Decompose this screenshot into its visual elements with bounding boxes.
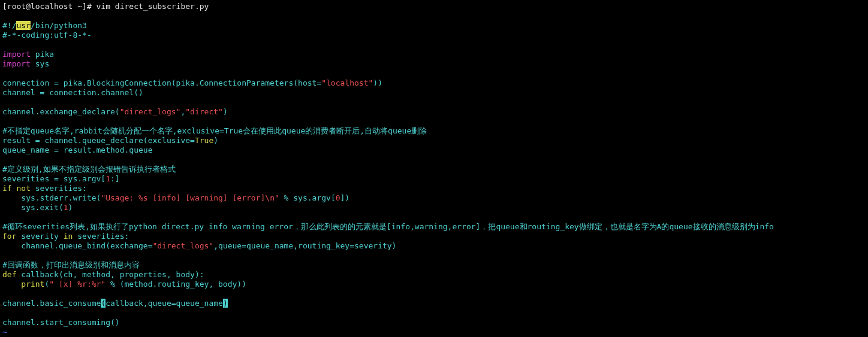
comment: #不指定queue名字,rabbit会随机分配一个名字,exclusive=Tr… <box>2 126 427 135</box>
string: "Usage: %s [info] [warning] [error]\n" <box>101 193 279 202</box>
code-line <box>2 280 21 289</box>
keyword: for <box>2 232 16 241</box>
code-line: channel.basic_consume <box>2 299 101 308</box>
string: " [x] %r:%r" <box>49 280 106 289</box>
keyword: def <box>2 270 16 279</box>
code-line: % sys.argv[ <box>279 193 336 202</box>
keyword: import <box>2 59 31 68</box>
keyword: if <box>2 184 12 193</box>
string: "direct" <box>185 107 223 116</box>
tilde-line: ~ <box>2 327 7 336</box>
code-line: (ch, method, properties, body): <box>59 270 204 279</box>
constant: True <box>195 136 213 145</box>
function-name: callback <box>21 270 59 279</box>
code-line: #!/ <box>2 21 16 30</box>
code-line: connection = pika.BlockingConnection(pik… <box>2 78 321 87</box>
keyword: not <box>16 184 30 193</box>
comment: #循环severities列表,如果执行了python direct.py in… <box>2 222 774 231</box>
number: 1 <box>64 203 68 212</box>
number: 1 <box>106 174 110 183</box>
code-line: channel.exchange_declare( <box>2 107 120 116</box>
code-line: sys <box>31 59 49 68</box>
code-line: :] <box>110 174 120 183</box>
code-line: #-*-coding:utf-8-*- <box>2 31 92 40</box>
string: "localhost" <box>321 78 373 87</box>
code-line: /bin/python3 <box>31 21 87 30</box>
number: 0 <box>336 193 340 202</box>
string: "direct_logs" <box>152 241 213 250</box>
string: "direct_logs" <box>120 107 181 116</box>
code-line: queue_name = result.method.queue <box>2 145 152 154</box>
keyword: in <box>64 232 73 241</box>
code-line: ) <box>68 203 73 212</box>
search-highlight: usr <box>16 21 30 30</box>
code-line: ]) <box>340 193 350 202</box>
code-line: severities: <box>73 232 129 241</box>
code-line: ,queue=queue_name,routing_key=severity) <box>213 241 396 250</box>
cursor: ) <box>223 299 228 308</box>
keyword: import <box>2 50 31 59</box>
code-line: % (method.routing_key, body)) <box>106 280 246 289</box>
code-line: ) <box>223 107 228 116</box>
shell-prompt-line: [root@localhost ~]# vim direct_subscribe… <box>2 2 209 11</box>
builtin: print <box>21 280 44 289</box>
code-line: ) <box>213 136 218 145</box>
code-line: sys.stderr.write( <box>2 193 101 202</box>
terminal-editor[interactable]: [root@localhost ~]# vim direct_subscribe… <box>0 0 868 337</box>
code-line: channel.start_consuming() <box>2 318 120 327</box>
comment: #回调函数，打印出消息级别和消息内容 <box>2 260 140 269</box>
code-line: sys.exit( <box>2 203 64 212</box>
code-line: callback,queue=queue_name <box>106 299 223 308</box>
code-line: pika <box>31 50 54 59</box>
code-line: channel = connection.channel() <box>2 88 143 97</box>
code-line: )) <box>373 78 382 87</box>
code-line: severity <box>16 232 63 241</box>
comment: #定义级别,如果不指定级别会报错告诉执行者格式 <box>2 165 176 174</box>
code-line: result = channel.queue_declare(exclusive… <box>2 136 195 145</box>
code-line: channel.queue_bind(exchange= <box>2 241 152 250</box>
code-line: severities: <box>31 184 87 193</box>
code-line: severities = sys.argv[ <box>2 174 106 183</box>
